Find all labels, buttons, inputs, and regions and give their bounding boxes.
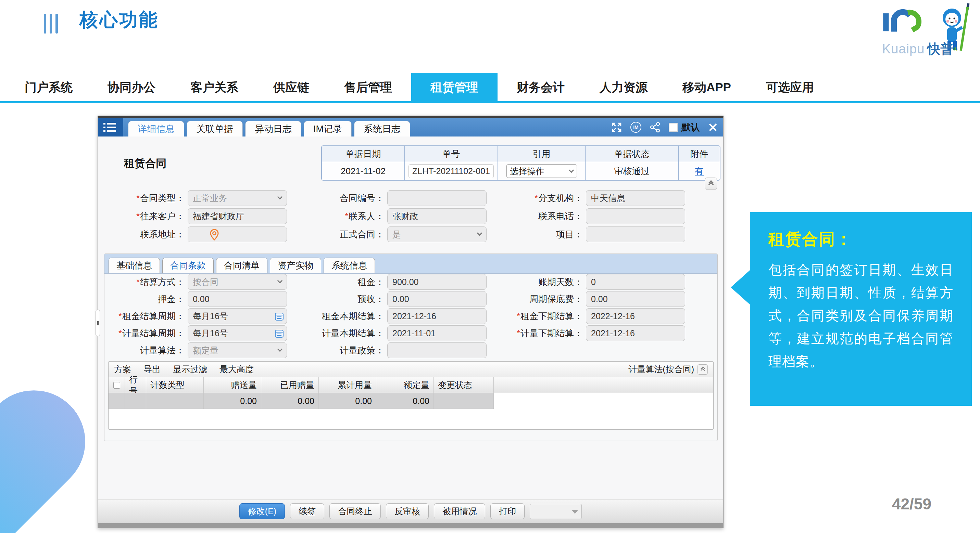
deposit-input[interactable]: 0.00 (188, 291, 287, 307)
calendar-icon[interactable] (275, 329, 284, 338)
customer-input[interactable]: 福建省财政厅 (188, 208, 287, 224)
doc-col-date: 单据日期 (322, 146, 405, 162)
page-number: 42/59 (892, 495, 931, 513)
branch-input[interactable]: 中天信息 (586, 190, 685, 206)
settlement-method-select: 按合同 (188, 274, 287, 290)
tab-system-log[interactable]: 系统日志 (354, 121, 410, 136)
share-icon[interactable] (649, 122, 660, 133)
modify-button[interactable]: 修改(E) (239, 503, 285, 519)
contact-phone-input[interactable] (586, 208, 685, 224)
subtab-system-info[interactable]: 系统信息 (324, 258, 375, 273)
nav-item-crm[interactable]: 客户关系 (190, 79, 238, 95)
field-meter-cycle: *计量结算周期： 每月16号 (105, 325, 287, 341)
reference-select[interactable]: 选择操作 (506, 164, 577, 178)
meter-next-settle-input[interactable]: 2021-12-16 (586, 325, 685, 341)
window-bottom-strip (98, 523, 723, 528)
grid-toolbar-filter[interactable]: 显示过滤 (173, 364, 207, 375)
rent-cycle-input[interactable]: 每月16号 (188, 308, 287, 324)
meter-current-settle-input[interactable]: 2021-11-01 (387, 325, 487, 341)
footer-select[interactable] (530, 504, 582, 519)
table-row: 0.00 0.00 0.00 0.00 (108, 393, 713, 409)
title-accent-bars (44, 14, 58, 33)
cell-count-type (146, 393, 204, 409)
kuaipu-logo: Kuaipu快普® (881, 2, 974, 57)
field-rent-current-settle: 租金本期结算： 2021-12-16 (303, 308, 487, 324)
usage-status-button[interactable]: 被用情况 (434, 503, 485, 519)
menu-icon[interactable] (98, 118, 123, 136)
grid-col-count-type: 计数类型 (146, 378, 204, 393)
field-contact-person: *联系人： 张财政 (303, 208, 487, 224)
fullscreen-icon[interactable] (611, 122, 622, 133)
cell-gift-qty: 0.00 (204, 393, 261, 409)
field-contact-address: 联系地址： (105, 227, 287, 242)
nav-item-finance[interactable]: 财务会计 (517, 79, 565, 95)
renew-button[interactable]: 续签 (290, 503, 324, 519)
slide-header: 核心功能 Kuaipu快普® (0, 0, 980, 72)
print-button[interactable]: 打印 (490, 503, 525, 519)
kuaipu-logo-mark-icon (881, 4, 933, 40)
field-project: 项目： (502, 227, 685, 242)
field-rent: 租金： 900.00 (303, 274, 487, 290)
project-input[interactable] (586, 227, 685, 242)
field-meter-next-settle: *计量下期结算： 2021-12-16 (502, 325, 685, 341)
nav-item-optional-apps[interactable]: 可选应用 (766, 79, 814, 95)
contact-address-input[interactable] (188, 227, 287, 242)
window-content: 租赁合同 单据日期 单号 引用 单据状态 附件 2021-11-02 ZLHT-… (98, 136, 723, 499)
reverse-audit-button[interactable]: 反审核 (386, 503, 429, 519)
terminate-contract-button[interactable]: 合同终止 (329, 503, 381, 519)
grid-toolbar-max-height[interactable]: 最大高度 (220, 364, 254, 375)
credit-days-input[interactable]: 0 (586, 274, 685, 290)
close-icon[interactable] (708, 122, 718, 132)
rent-current-settle-input[interactable]: 2021-12-16 (387, 308, 487, 324)
contract-no-input[interactable] (387, 190, 487, 206)
nav-item-aftersales[interactable]: 售后管理 (344, 79, 392, 95)
nav-item-mobile-app[interactable]: 移动APP (682, 79, 731, 95)
select-all-checkbox[interactable] (113, 382, 120, 389)
field-settlement-method: *结算方式： 按合同 (105, 274, 287, 290)
rent-next-settle-input[interactable]: 2022-12-16 (586, 308, 685, 324)
subtab-basic-info[interactable]: 基础信息 (108, 258, 160, 273)
main-nav: 门户系统 协同办公 客户关系 供应链 售后管理 租赁管理 财务会计 人力资源 移… (0, 73, 980, 102)
period-min-fee-input[interactable]: 0.00 (586, 291, 685, 307)
subtab-assets[interactable]: 资产实物 (270, 258, 321, 273)
rent-input[interactable]: 900.00 (387, 274, 487, 290)
nav-item-supply-chain[interactable]: 供应链 (273, 79, 309, 95)
attachment-link[interactable]: 有 (695, 165, 704, 177)
cell-used-gift-qty: 0.00 (261, 393, 319, 409)
tab-details[interactable]: 详细信息 (128, 121, 184, 136)
nav-item-leasing[interactable]: 租赁管理 (411, 73, 498, 102)
grid-col-change-status: 变更状态 (434, 378, 494, 393)
tab-im-records[interactable]: IM记录 (304, 121, 352, 136)
location-pin-icon[interactable] (210, 229, 219, 241)
subtab-contract-list[interactable]: 合同清单 (216, 258, 267, 273)
im-icon[interactable]: IM (630, 122, 641, 133)
cell-rated-qty: 0.00 (376, 393, 434, 409)
tab-related-docs[interactable]: 关联单据 (187, 121, 243, 136)
form-title: 租赁合同 (124, 156, 166, 171)
collapse-header-button[interactable] (705, 178, 717, 190)
grid-toolbar-export[interactable]: 导出 (143, 364, 161, 375)
nav-item-collaboration[interactable]: 协同办公 (108, 79, 156, 95)
brand-en: Kuaipu (882, 42, 924, 56)
tab-change-log[interactable]: 异动日志 (245, 121, 301, 136)
grid-right-label: 计量算法(按合同) (628, 364, 694, 375)
nav-item-portal[interactable]: 门户系统 (25, 79, 73, 95)
default-checkbox[interactable] (669, 123, 678, 132)
doc-date-value: 2021-11-02 (322, 162, 405, 180)
field-formal-contract: 正式合同： 是 (303, 227, 487, 242)
calendar-icon[interactable] (275, 312, 284, 321)
doc-col-reference: 引用 (498, 146, 585, 162)
subtab-contract-terms[interactable]: 合同条款 (162, 258, 214, 273)
splitter-handle[interactable] (95, 309, 100, 336)
grid-col-row-no: 行号 (125, 378, 146, 393)
nav-item-hr[interactable]: 人力资源 (600, 79, 648, 95)
registered-mark: ® (953, 46, 958, 52)
chevron-down-icon (277, 194, 283, 200)
meter-policy-input[interactable] (387, 343, 487, 358)
doc-header-table: 单据日期 单号 引用 单据状态 附件 2021-11-02 ZLHT-20211… (321, 145, 721, 181)
grid-toolbar-scheme[interactable]: 方案 (114, 364, 131, 375)
grid-collapse-button[interactable] (697, 364, 708, 374)
prepaid-input[interactable]: 0.00 (387, 291, 487, 307)
meter-cycle-input[interactable]: 每月16号 (188, 325, 287, 341)
contact-person-input[interactable]: 张财政 (387, 208, 487, 224)
